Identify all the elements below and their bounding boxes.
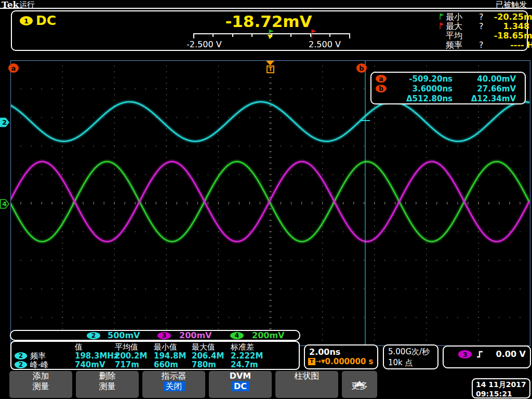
channel-2-scale: 500mV — [108, 330, 140, 340]
channel-1-badge: 1 — [20, 16, 33, 25]
add-measurement-button[interactable]: 添加 测量 — [9, 371, 72, 398]
dvm-button[interactable]: DVM DC — [209, 371, 272, 398]
more-button[interactable]: 更多 — [342, 371, 377, 398]
cursor-a-amplitude: 40.00mV — [455, 74, 516, 84]
record-length: 10k 点 — [388, 358, 413, 368]
measurement-table: 值 平均值 最小值 最大值 标准差 2 频率 198.3MHz 200.2M 1… — [10, 341, 300, 370]
cursor-delta-amplitude: Δ12.34mV — [455, 94, 516, 103]
cursor-readout-box: a -509.20ns 40.00mV b 3.6000ns 27.66mV Δ… — [370, 72, 526, 104]
stat-warn: ? — [479, 21, 484, 31]
trigger-position-arrow[interactable] — [266, 61, 274, 65]
cursor-a-row-badge: a — [376, 75, 387, 83]
row-channel-badge: 2 — [15, 361, 27, 368]
oscilloscope-screen: Tek 运行 已被触发 1 DC -18.72mV -2.500 V 2.500… — [0, 0, 532, 399]
arrow-right-icon: → — [315, 357, 321, 365]
table-cell: 660m — [154, 360, 178, 369]
svg-text:2: 2 — [2, 118, 7, 126]
table-cell: 194.8M — [154, 351, 186, 361]
channel-3-badge[interactable]: 3 — [157, 332, 171, 339]
rising-edge-icon — [476, 350, 484, 359]
row-channel-badge: 2 — [15, 352, 27, 360]
dvm-mode-label: DC — [36, 13, 56, 28]
horizontal-position-value: 0.000000 s — [325, 357, 374, 366]
button-label: 删除 — [76, 371, 139, 381]
table-cell: 2.222M — [231, 351, 263, 361]
button-label: DVM — [209, 371, 272, 381]
max-flag-marker — [310, 29, 317, 39]
dvm-panel: 1 DC -18.72mV -2.500 V 2.500 V 最小 ? -20.… — [11, 10, 528, 51]
stat-warn: ? — [479, 40, 484, 50]
horizontal-settings-box: 2.00ns T→▼0.000000 s — [304, 344, 378, 369]
dvm-main-value: -18.72mV — [196, 12, 341, 31]
indicators-state-badge: 关闭 — [163, 381, 185, 391]
date-label: 14 11月2017 — [476, 380, 526, 390]
cursor-a-time: -509.20ns — [387, 74, 453, 84]
channel-2-badge[interactable]: 2 — [87, 332, 100, 339]
channel-4-badge[interactable]: 4 — [230, 332, 244, 339]
trigger-settings-box: 3 0.00 V — [443, 345, 531, 368]
stat-value: -18.65mV — [486, 31, 532, 41]
sample-rate: 5.00G次/秒 — [388, 347, 430, 357]
stat-value: ---- Hz — [486, 40, 532, 50]
cursor-b-row-badge: b — [376, 85, 387, 92]
channel-4-position-marker[interactable]: 4 — [0, 199, 10, 209]
table-cell: 200.2M — [115, 351, 147, 361]
CH2-trace-glow — [10, 102, 529, 141]
button-label: 添加 — [9, 371, 72, 381]
table-cell: 206.4M — [192, 351, 224, 361]
channel-3-scale: 200mV — [179, 330, 211, 340]
stat-label: 频率 — [446, 40, 462, 51]
button-label: 测量 — [9, 381, 72, 392]
cursor-a-badge[interactable]: a — [8, 63, 19, 73]
trigger-source-badge: 3 — [458, 350, 472, 358]
horizontal-position: T→▼0.000000 s — [308, 358, 374, 366]
trigger-t-icon: T — [308, 358, 315, 365]
scale-max-label: 2.500 V — [309, 39, 341, 49]
top-divider — [0, 8, 532, 9]
delete-measurement-button[interactable]: 删除 测量 — [76, 371, 139, 398]
channel-2-position-marker[interactable]: 2 — [0, 117, 10, 127]
button-label: 更多 — [342, 381, 377, 391]
table-cell: 740mV — [75, 360, 105, 369]
stat-row-max: 最大 ? 1.348 V — [438, 21, 532, 31]
time-per-div: 2.00ns — [309, 347, 340, 357]
table-cell: 198.3MHz — [75, 351, 118, 361]
trigger-level: 0.00 V — [489, 349, 526, 359]
table-cell: 24.7m — [231, 360, 258, 369]
stat-warn: ? — [479, 12, 484, 22]
cursor-b-time: 3.6000ns — [387, 84, 453, 94]
time-label: 09:15:21 — [476, 390, 512, 398]
datetime-box: 14 11月2017 09:15:21 — [472, 378, 530, 398]
trigger-position-marker[interactable]: T — [267, 65, 274, 73]
cursor-delta-time: Δ512.80ns — [387, 94, 453, 103]
indicators-button[interactable]: 指示器 关闭 — [142, 371, 205, 398]
stat-row-mean: 平均 -18.65mV — [438, 31, 532, 40]
cursor-b-amplitude: 27.66mV — [455, 84, 516, 94]
table-cell: 780m — [192, 360, 216, 369]
channel-4-scale: 200mV — [252, 330, 284, 340]
marker-down-icon: ▼ — [321, 358, 325, 364]
acquisition-box: 5.00G次/秒 10k 点 — [383, 344, 438, 369]
dvm-mode-badge: DC — [231, 381, 249, 391]
min-flag-and-current-marker — [267, 29, 275, 40]
channel-scale-bar: 2 500mV 3 200mV 4 200mV — [10, 330, 300, 341]
histogram-button[interactable]: 柱状图 — [275, 371, 338, 398]
stat-row-frequency: 频率 ? ---- Hz — [438, 40, 532, 49]
table-cell: 717m — [115, 360, 139, 369]
svg-text:4: 4 — [2, 200, 7, 208]
stat-row-min: 最小 ? -20.25mV — [438, 12, 532, 21]
measurement-name: 峰-峰 — [30, 360, 48, 370]
button-label: 指示器 — [142, 371, 205, 381]
stat-value: 1.348 V — [486, 21, 532, 31]
button-label: 柱状图 — [275, 371, 338, 381]
cursor-b-badge[interactable]: b — [356, 63, 367, 73]
stat-value: -20.25mV — [486, 12, 532, 22]
scale-min-label: -2.500 V — [187, 39, 222, 49]
button-label: 测量 — [76, 381, 139, 392]
